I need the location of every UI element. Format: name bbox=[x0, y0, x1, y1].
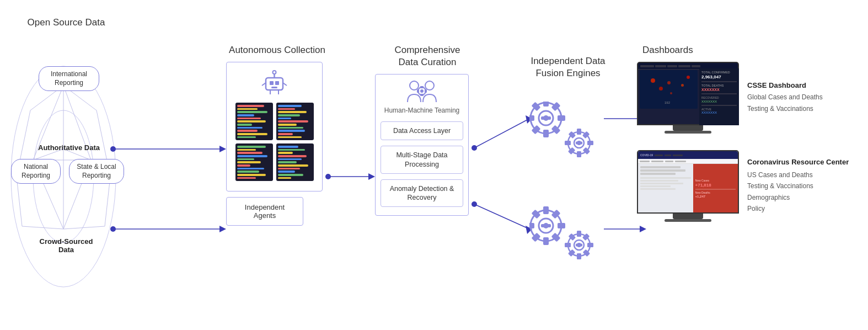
col5-title: Dashboards bbox=[637, 44, 830, 56]
adr-label: Anomaly Detection & Recovery bbox=[390, 185, 454, 201]
svg-rect-73 bbox=[577, 129, 581, 135]
svg-line-33 bbox=[474, 204, 529, 229]
col3-title: ComprehensiveData Curation bbox=[375, 44, 480, 68]
col5-wrapper: Dashboards bbox=[637, 44, 849, 222]
bottom-gears-svg bbox=[529, 206, 601, 267]
svg-rect-63 bbox=[558, 115, 565, 121]
msdp-label: Multi-Stage Data Processing bbox=[396, 151, 447, 168]
autonomous-collection-box bbox=[226, 62, 323, 191]
svg-rect-42 bbox=[275, 81, 279, 85]
crowdsourced-data-label: Crowd-Sourced Data bbox=[36, 237, 97, 254]
col2-title: Autonomous Collection bbox=[226, 44, 328, 56]
col1-title: Open Source Data bbox=[6, 17, 127, 29]
col4-title: Independent DataFusion Engines bbox=[529, 55, 607, 79]
csse-title: CSSE Dashboard bbox=[747, 81, 823, 89]
svg-line-30 bbox=[474, 119, 529, 148]
hmt-label: Human-Machine Teaming bbox=[384, 107, 460, 114]
svg-rect-100 bbox=[565, 243, 571, 247]
svg-line-15 bbox=[22, 226, 63, 229]
rc-desc-line2: Testing & Vaccinations bbox=[747, 180, 849, 191]
svg-marker-22 bbox=[219, 146, 226, 152]
svg-point-45 bbox=[273, 71, 276, 74]
rc-desc: US Cases and Deaths Testing & Vaccinatio… bbox=[747, 169, 849, 215]
msdp-box: Multi-Stage Data Processing bbox=[381, 146, 463, 174]
diagram-container: Open Source Data International Reporting… bbox=[0, 0, 868, 330]
svg-rect-62 bbox=[543, 130, 549, 137]
dal-box: Data Access Layer bbox=[381, 121, 463, 140]
svg-rect-43 bbox=[271, 87, 277, 88]
svg-rect-81 bbox=[576, 142, 582, 145]
statelocal-reporting-node: State & Local Reporting bbox=[69, 159, 124, 184]
col2-wrapper: Autonomous Collection bbox=[226, 44, 328, 226]
csse-desc-line1: Global Cases and Deaths bbox=[747, 92, 823, 103]
statelocal-label: State & Local Reporting bbox=[77, 163, 116, 179]
code-block-4 bbox=[276, 143, 314, 181]
svg-rect-75 bbox=[587, 141, 593, 145]
rc-info: Coronavirus Resource Center US Cases and… bbox=[747, 158, 849, 214]
csse-desc-line2: Testing & Vaccinations bbox=[747, 103, 823, 114]
top-gears-svg bbox=[529, 102, 601, 162]
csse-dashboard-item: 192 TOTAL CONFIRMED 2,963,047 TOTAL DEAT… bbox=[637, 62, 849, 134]
code-blocks-grid bbox=[235, 103, 314, 181]
international-label: International Reporting bbox=[51, 70, 87, 87]
csse-desc: Global Cases and Deaths Testing & Vaccin… bbox=[747, 92, 823, 114]
hmt-icon bbox=[405, 80, 438, 107]
svg-rect-41 bbox=[270, 81, 274, 85]
rc-monitor: COVID-19 bbox=[637, 150, 739, 222]
international-reporting-node: International Reporting bbox=[39, 66, 99, 91]
svg-marker-25 bbox=[219, 226, 226, 232]
rc-screen: COVID-19 bbox=[637, 150, 739, 214]
svg-rect-88 bbox=[529, 223, 534, 228]
dal-label: Data Access Layer bbox=[393, 127, 451, 135]
svg-marker-39 bbox=[640, 226, 646, 232]
svg-marker-28 bbox=[368, 173, 375, 180]
rc-desc-line4: Policy bbox=[747, 203, 849, 214]
svg-point-26 bbox=[110, 226, 116, 232]
svg-rect-54 bbox=[420, 86, 424, 88]
rc-desc-line3: Demographics bbox=[747, 192, 849, 203]
code-block-1 bbox=[235, 103, 273, 140]
code-block-3 bbox=[235, 143, 273, 181]
svg-rect-69 bbox=[541, 116, 551, 120]
national-label: National Reporting bbox=[22, 163, 50, 179]
authoritative-data-label: Authoritative Data bbox=[36, 143, 102, 152]
svg-rect-61 bbox=[543, 102, 549, 107]
col1-wrapper: Open Source Data International Reporting… bbox=[6, 17, 127, 34]
svg-line-17 bbox=[17, 177, 22, 226]
rc-title: Coronavirus Resource Center bbox=[747, 158, 849, 167]
csse-screen: 192 TOTAL CONFIRMED 2,963,047 TOTAL DEAT… bbox=[637, 62, 739, 125]
svg-rect-86 bbox=[543, 237, 549, 245]
independent-agents-box: Independent Agents bbox=[226, 197, 303, 226]
national-reporting-node: National Reporting bbox=[11, 159, 61, 184]
col3-wrapper: ComprehensiveData Curation Human-Machine… bbox=[375, 44, 480, 216]
svg-rect-98 bbox=[577, 253, 581, 259]
robot-icon bbox=[259, 68, 290, 98]
svg-point-23 bbox=[110, 146, 116, 152]
rc-dashboard-item: COVID-19 bbox=[637, 150, 849, 222]
svg-rect-57 bbox=[425, 89, 427, 93]
svg-rect-93 bbox=[541, 224, 551, 227]
top-gear-group bbox=[529, 102, 601, 162]
svg-rect-105 bbox=[576, 244, 582, 247]
csse-monitor: 192 TOTAL CONFIRMED 2,963,047 TOTAL DEAT… bbox=[637, 62, 739, 134]
svg-point-53 bbox=[420, 89, 424, 93]
svg-rect-97 bbox=[577, 231, 581, 237]
svg-rect-55 bbox=[420, 94, 424, 96]
svg-rect-56 bbox=[417, 89, 419, 93]
svg-rect-64 bbox=[529, 115, 534, 121]
csse-info: CSSE Dashboard Global Cases and Deaths T… bbox=[747, 81, 823, 114]
svg-rect-87 bbox=[558, 223, 565, 228]
bottom-gear-group bbox=[529, 206, 601, 267]
agents-label: Independent Agents bbox=[245, 203, 285, 220]
curation-box: Human-Machine Teaming Data Access Layer … bbox=[375, 74, 469, 216]
code-block-2 bbox=[276, 103, 314, 140]
svg-rect-85 bbox=[543, 206, 549, 214]
svg-point-51 bbox=[425, 81, 434, 90]
svg-rect-76 bbox=[565, 141, 571, 145]
svg-point-50 bbox=[410, 81, 419, 90]
rc-desc-line1: US Cases and Deaths bbox=[747, 169, 849, 180]
svg-line-18 bbox=[105, 177, 110, 226]
svg-line-16 bbox=[63, 226, 105, 229]
svg-rect-99 bbox=[587, 243, 593, 247]
svg-rect-74 bbox=[577, 151, 581, 157]
